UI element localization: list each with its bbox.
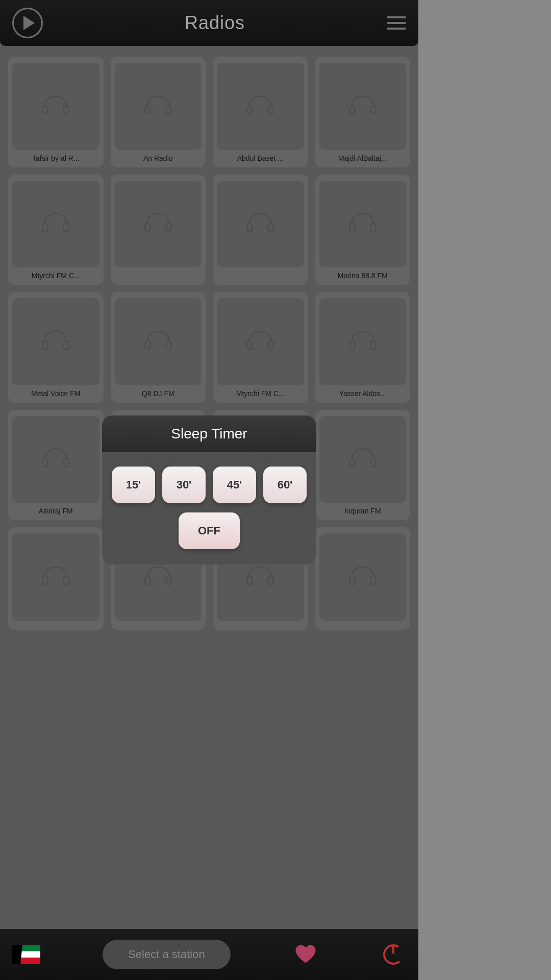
modal-overlay[interactable]: Sleep Timer 15'30'45'60' OFF	[0, 0, 418, 980]
select-station-label: Select a station	[128, 948, 205, 961]
timer-buttons-row: 15'30'45'60'	[102, 467, 316, 503]
timer-button-60[interactable]: 60'	[263, 467, 307, 503]
off-label: OFF	[198, 524, 220, 537]
timer-button-label: 30'	[177, 478, 192, 492]
timer-button-label: 15'	[126, 478, 141, 492]
sleep-timer-modal: Sleep Timer 15'30'45'60' OFF	[102, 415, 316, 565]
country-flag[interactable]	[12, 944, 40, 965]
off-button[interactable]: OFF	[179, 512, 240, 549]
bottom-bar: Select a station	[0, 929, 418, 980]
timer-button-15[interactable]: 15'	[112, 467, 155, 503]
sleep-timer-title: Sleep Timer	[171, 426, 247, 442]
timer-button-label: 60'	[278, 478, 293, 492]
favorite-button[interactable]	[293, 942, 318, 967]
timer-button-45[interactable]: 45'	[213, 467, 256, 503]
timer-button-30[interactable]: 30'	[162, 467, 206, 503]
power-button[interactable]	[381, 942, 406, 967]
select-station-button[interactable]: Select a station	[103, 940, 230, 969]
sleep-timer-header: Sleep Timer	[102, 415, 316, 452]
timer-button-label: 45'	[227, 478, 242, 492]
